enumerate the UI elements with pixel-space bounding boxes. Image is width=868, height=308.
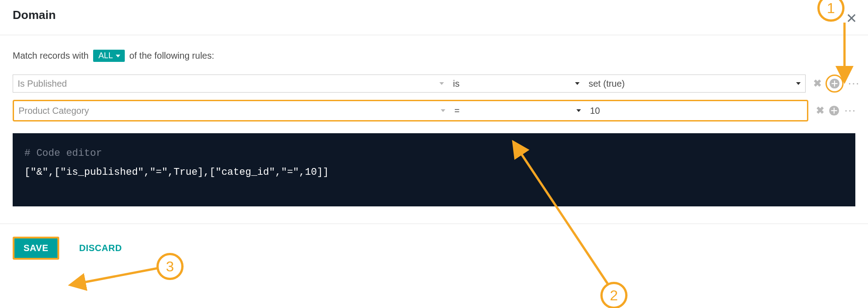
rule-operator-value: is — [453, 79, 459, 89]
add-rule-icon[interactable] — [826, 75, 844, 93]
rule-field-value: Is Published — [18, 79, 67, 89]
rule-value-select[interactable]: set (true) — [584, 75, 806, 93]
rule-actions: ✖ ⋯ — [806, 75, 863, 93]
rule-operator-select[interactable]: = — [450, 102, 585, 120]
delete-rule-icon[interactable]: ✖ — [814, 105, 826, 117]
svg-rect-2 — [832, 83, 838, 84]
rule-field-value: Product Category — [19, 106, 89, 116]
caret-down-icon — [576, 109, 581, 112]
rule-row: Is Published is set (true) ✖ ⋯ — [13, 75, 855, 93]
caret-down-icon — [441, 109, 445, 112]
caret-down-icon — [575, 82, 580, 85]
code-comment: # Code editor — [24, 144, 844, 163]
dialog-body: Match records with ALL of the following … — [0, 35, 868, 221]
dialog-title: Domain — [13, 8, 855, 22]
rule-field-select[interactable]: Product Category — [14, 102, 450, 120]
highlighted-save-box: SAVE — [13, 237, 59, 260]
code-body: ["&",["is_published","=",True],["categ_i… — [24, 163, 844, 182]
rule-row: Product Category = 10 ✖ ⋯ — [13, 100, 855, 121]
match-intro-prefix: Match records with — [13, 51, 89, 61]
match-intro: Match records with ALL of the following … — [13, 50, 855, 62]
discard-button[interactable]: DISCARD — [70, 238, 131, 258]
match-intro-suffix: of the following rules: — [129, 51, 214, 61]
caret-down-icon — [796, 82, 801, 85]
code-editor[interactable]: # Code editor ["&",["is_published","=",T… — [13, 133, 855, 206]
rule-operator-select[interactable]: is — [448, 75, 584, 93]
rule-operator-value: = — [454, 106, 460, 116]
caret-down-icon — [116, 55, 120, 57]
rule-actions: ✖ ⋯ — [808, 104, 859, 118]
dialog-header: Domain ✕ — [0, 0, 868, 35]
rule-value-value: set (true) — [589, 79, 625, 89]
save-button[interactable]: SAVE — [14, 238, 57, 258]
rule-value-value: 10 — [590, 106, 600, 116]
rule-field-select[interactable]: Is Published — [13, 75, 448, 93]
annotation-callout-2: 2 — [600, 282, 627, 308]
more-options-icon[interactable]: ⋯ — [842, 104, 859, 118]
caret-down-icon — [439, 82, 444, 85]
match-mode-label: ALL — [99, 51, 113, 61]
more-options-icon[interactable]: ⋯ — [845, 77, 863, 91]
add-rule-icon[interactable] — [828, 105, 840, 117]
dialog-footer: SAVE DISCARD — [0, 224, 868, 272]
highlighted-rule-box: Product Category = 10 — [13, 100, 808, 121]
rule-value-input[interactable]: 10 — [585, 102, 807, 120]
close-icon[interactable]: ✕ — [846, 12, 857, 25]
delete-rule-icon[interactable]: ✖ — [811, 78, 824, 89]
match-mode-dropdown[interactable]: ALL — [93, 50, 125, 62]
svg-rect-5 — [831, 110, 837, 111]
